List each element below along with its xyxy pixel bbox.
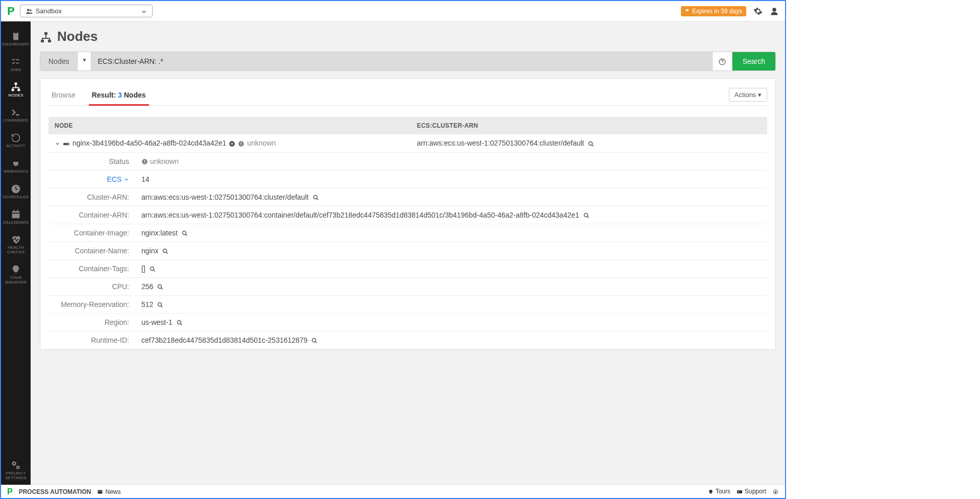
search-icon[interactable] <box>311 337 317 344</box>
search-help-button[interactable] <box>712 52 732 70</box>
history-icon <box>11 131 21 143</box>
svg-point-23 <box>68 144 69 145</box>
list-check-icon <box>11 55 21 67</box>
svg-rect-20 <box>48 40 51 42</box>
svg-rect-32 <box>144 163 145 163</box>
svg-rect-3 <box>13 32 18 40</box>
search-input[interactable] <box>91 52 712 70</box>
sitemap-icon <box>40 29 52 44</box>
svg-point-2 <box>772 8 776 12</box>
circle-plus-icon[interactable] <box>229 139 235 147</box>
sidebar-item-tourmanager[interactable]: TOUR MANAGER <box>1 259 31 289</box>
svg-line-50 <box>315 342 317 343</box>
project-selector[interactable]: Sandbox <box>20 5 153 18</box>
search-icon[interactable] <box>583 211 590 219</box>
clipboard-icon <box>11 30 21 41</box>
page-title: Nodes <box>40 29 776 44</box>
chevron-down-icon <box>141 7 147 15</box>
search-scope-label: Nodes <box>40 52 78 70</box>
sidebar-item-jobs[interactable]: JOBS <box>1 51 31 77</box>
svg-point-33 <box>313 196 317 199</box>
svg-point-39 <box>163 249 167 253</box>
sidebar-item-dashboard[interactable]: DASHBOARD <box>1 26 31 51</box>
svg-point-54 <box>738 491 739 492</box>
brand-logo: P <box>7 5 15 18</box>
detail-row-memory: Memory-Reservation: 512 <box>48 295 767 313</box>
hdd-icon <box>63 139 70 147</box>
node-row[interactable]: nginx-3b4196bd-4a50-46a2-a8fb-024cd43a42… <box>48 134 767 152</box>
footer-tours[interactable]: Tours <box>708 488 730 495</box>
svg-line-42 <box>153 270 155 272</box>
svg-point-37 <box>182 231 186 235</box>
project-name: Sandbox <box>36 7 62 15</box>
svg-rect-7 <box>17 89 20 91</box>
svg-point-28 <box>589 141 593 145</box>
gear-icon[interactable] <box>753 6 763 15</box>
sidebar-item-schedules[interactable]: SCHEDULES <box>1 178 31 204</box>
tab-result[interactable]: Result: 3 Nodes <box>89 87 149 106</box>
svg-point-17 <box>17 467 19 468</box>
svg-line-48 <box>180 324 182 325</box>
col-arn: ECS:CLUSTER-ARN <box>411 117 767 134</box>
svg-point-15 <box>13 463 15 464</box>
sidebar-item-calendars[interactable]: CALENDARS <box>1 204 31 229</box>
search-icon[interactable] <box>162 247 168 255</box>
search-icon[interactable] <box>157 301 163 308</box>
svg-rect-26 <box>241 142 241 144</box>
search-icon[interactable] <box>588 139 594 147</box>
user-icon[interactable] <box>770 6 779 15</box>
svg-line-44 <box>161 288 163 290</box>
svg-point-45 <box>158 303 162 306</box>
actions-button[interactable]: Actions ▾ <box>729 88 767 102</box>
flag-icon <box>685 8 690 15</box>
svg-point-43 <box>158 285 162 289</box>
gears-icon <box>11 459 21 470</box>
svg-rect-18 <box>44 32 47 35</box>
svg-line-38 <box>185 234 187 236</box>
svg-rect-31 <box>144 160 145 162</box>
sidebar-item-webhooks[interactable]: WEBHOOKS <box>1 153 31 178</box>
detail-row-container-arn: Container-ARN: arn:aws:ecs:us-west-1:027… <box>48 206 767 224</box>
svg-point-41 <box>150 267 154 271</box>
footer-news[interactable]: News <box>97 488 120 495</box>
expires-badge[interactable]: Expires in 39 days <box>681 6 746 16</box>
svg-rect-5 <box>15 83 17 85</box>
gear-icon[interactable] <box>772 488 779 495</box>
svg-rect-27 <box>241 145 241 146</box>
sidebar-item-nodes[interactable]: NODES <box>1 77 31 102</box>
exclamation-icon <box>238 139 244 147</box>
sidebar-item-commands[interactable]: COMMANDS <box>1 102 31 127</box>
id-card-icon <box>737 488 743 495</box>
search-icon[interactable] <box>177 319 183 326</box>
search-icon[interactable] <box>182 229 188 237</box>
svg-rect-19 <box>41 40 44 42</box>
tab-browse[interactable]: Browse <box>48 87 79 105</box>
search-scope-dropdown[interactable]: ▼ <box>78 52 91 70</box>
col-node: NODE <box>48 117 411 134</box>
sidebar-item-healthchecks[interactable]: HEALTH CHECKS <box>1 229 31 259</box>
footer-bar: P PROCESS AUTOMATION News Tours Support <box>1 485 785 498</box>
search-icon[interactable] <box>313 194 319 201</box>
sitemap-icon <box>11 81 21 92</box>
sidebar-item-projectsettings[interactable]: PROJECT SETTINGS <box>1 455 31 485</box>
svg-point-1 <box>30 10 32 12</box>
main-content: Nodes Nodes ▼ Search Browse Result: 3 No… <box>31 21 785 485</box>
plug-icon <box>11 157 21 169</box>
svg-line-34 <box>316 199 318 200</box>
detail-row-region: Region: us-west-1 <box>48 313 767 331</box>
footer-support[interactable]: Support <box>737 488 766 495</box>
search-icon[interactable] <box>150 265 156 273</box>
svg-rect-53 <box>737 490 742 493</box>
search-icon[interactable] <box>157 283 163 291</box>
search-bar: Nodes ▼ Search <box>40 52 776 71</box>
svg-point-0 <box>27 9 30 12</box>
detail-row-ecs: ECS 14 <box>48 170 767 188</box>
search-button[interactable]: Search <box>732 52 775 70</box>
chevron-down-icon[interactable] <box>55 139 60 147</box>
detail-row-cpu: CPU: 256 <box>48 277 767 295</box>
svg-point-47 <box>177 321 181 324</box>
brand-logo-small: P <box>7 487 13 496</box>
svg-line-29 <box>592 145 594 146</box>
svg-rect-10 <box>12 211 20 218</box>
sidebar-item-activity[interactable]: ACTIVITY <box>1 127 31 153</box>
